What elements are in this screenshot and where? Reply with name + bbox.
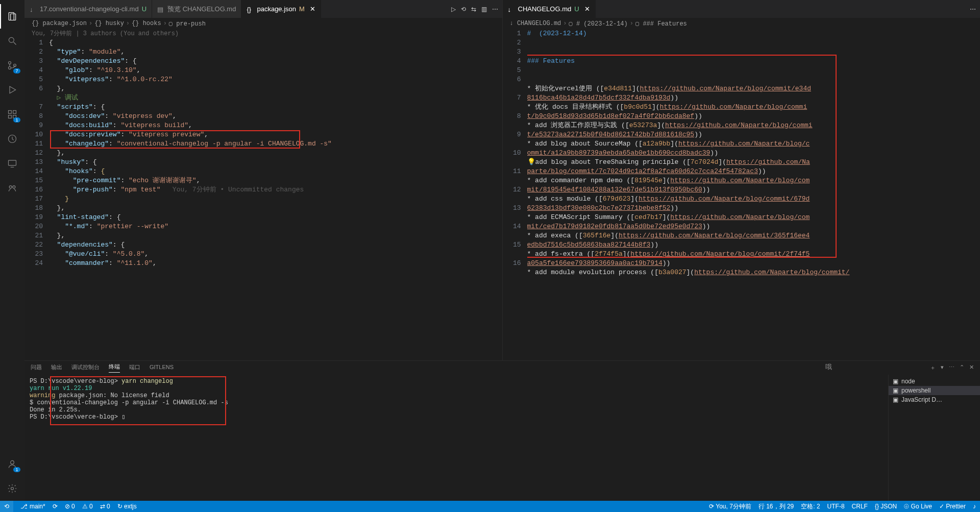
- remote-icon[interactable]: [0, 151, 24, 176]
- code-line[interactable]: "docs:dev": "vitepress dev",: [49, 112, 461, 121]
- sb-sync[interactable]: ⟳: [53, 503, 58, 510]
- source-control-icon[interactable]: 7: [0, 53, 24, 78]
- panel-split-icon[interactable]: ▾: [941, 364, 944, 372]
- accounts-icon[interactable]: 1: [0, 452, 24, 476]
- code-line[interactable]: "hooks": {: [49, 167, 461, 176]
- floating-text: 哦: [825, 362, 832, 372]
- sb-extjs[interactable]: ↻ extjs: [117, 503, 137, 510]
- code-line[interactable]: "*.md": "prettier --write": [49, 222, 461, 231]
- status-item[interactable]: {} JSON: [875, 502, 897, 511]
- code-line[interactable]: "lint-staged": {: [49, 213, 461, 222]
- code-content[interactable]: { "type": "module", "devDependencies": {…: [49, 38, 461, 360]
- code-line[interactable]: {: [49, 38, 461, 47]
- status-item[interactable]: ⟳ You, 7分钟前: [709, 502, 751, 511]
- code-line[interactable]: "glob": "^10.3.10",: [49, 66, 461, 75]
- panel-tab[interactable]: 输出: [51, 363, 62, 373]
- panel-close-icon[interactable]: ✕: [969, 364, 974, 372]
- code-content[interactable]: # (2023-12-14)### Features* 初始化vercel使用 …: [527, 29, 940, 360]
- tab[interactable]: ↓17.conventional-changelog-cli.mdU: [24, 0, 152, 18]
- status-item[interactable]: CRLF: [852, 502, 868, 511]
- code-line[interactable]: },: [49, 149, 461, 158]
- tab-label: package.json: [257, 5, 296, 13]
- breadcrumb-item[interactable]: ▢ ### Features: [635, 20, 687, 28]
- code-line[interactable]: },: [49, 204, 461, 213]
- status-item[interactable]: ⦾ Go Live: [904, 502, 932, 511]
- terminal-list-item[interactable]: ▣powershell: [889, 386, 980, 395]
- code-line[interactable]: # (2023-12-14): [527, 29, 940, 38]
- status-item[interactable]: 空格: 2: [801, 502, 820, 511]
- timeline-icon[interactable]: [0, 127, 24, 151]
- breadcrumb-left[interactable]: {} package.json›{} husky›{} hooks›▢ pre-…: [24, 18, 502, 29]
- search-icon[interactable]: [0, 29, 24, 53]
- split-icon[interactable]: ▥: [481, 6, 487, 13]
- panel-tab[interactable]: 调试控制台: [71, 363, 100, 373]
- code-line[interactable]: ▷ 调试: [49, 93, 461, 103]
- code-line[interactable]: },: [49, 231, 461, 240]
- explorer-icon[interactable]: [0, 4, 24, 29]
- tab-label: 预览 CHANGELOG.md: [167, 5, 236, 14]
- code-line[interactable]: "dependencies": {: [49, 240, 461, 250]
- status-item[interactable]: ✓ Prettier: [939, 502, 966, 511]
- status-item[interactable]: 行 16，列 29: [758, 502, 794, 511]
- breadcrumb-item[interactable]: {} package.json: [32, 20, 87, 27]
- svg-point-18: [11, 487, 14, 490]
- debug-icon[interactable]: [0, 78, 24, 102]
- panel-tab[interactable]: 端口: [129, 363, 140, 373]
- terminal-list-item[interactable]: ▣JavaScript D…: [889, 395, 980, 404]
- sync-icon[interactable]: ⟲: [461, 6, 466, 13]
- breadcrumb-item[interactable]: ▢ # (2023-12-14): [569, 20, 628, 28]
- code-line[interactable]: "husky": {: [49, 158, 461, 167]
- status-item[interactable]: ♪: [973, 502, 976, 511]
- sb-errors[interactable]: ⊘ 0: [65, 503, 75, 510]
- terminal-list-item[interactable]: ▣node: [889, 377, 980, 386]
- breadcrumb-right[interactable]: ↓ CHANGELOG.md›▢ # (2023-12-14)›▢ ### Fe…: [503, 18, 981, 29]
- panel-tab[interactable]: GITLENS: [150, 364, 174, 372]
- code-line[interactable]: "commander": "^11.1.0",: [49, 259, 461, 268]
- close-icon[interactable]: ✕: [584, 5, 590, 13]
- code-line[interactable]: },: [49, 84, 461, 93]
- run-icon[interactable]: ▷: [451, 6, 456, 13]
- panel-maximize-icon[interactable]: ⌃: [960, 364, 964, 372]
- process-icon: ▣: [893, 378, 898, 385]
- status-bar: ⟲ ⎇ main* ⟳ ⊘ 0 ⚠ 0 ⇄ 0 ↻ extjs ⟳ You, 7…: [0, 501, 980, 512]
- code-line[interactable]: "pre-commit": "echo 谢谢谢谢谢寻",: [49, 176, 461, 185]
- code-line[interactable]: [527, 38, 940, 47]
- extensions-icon[interactable]: 1: [0, 102, 24, 127]
- code-line[interactable]: "vitepress": "^1.0.0-rc.22": [49, 75, 461, 84]
- terminal[interactable]: PS D:\vscode\verce-blog> yarn changelogy…: [24, 375, 888, 501]
- sb-warnings[interactable]: ⚠ 0: [82, 503, 93, 510]
- more-icon[interactable]: ⋯: [492, 6, 498, 13]
- breadcrumb-item[interactable]: ▢ pre-push: [169, 20, 206, 28]
- sb-ports[interactable]: ⇄ 0: [100, 503, 110, 510]
- minimap[interactable]: [939, 29, 980, 360]
- panel-tab[interactable]: 终端: [109, 363, 120, 373]
- sb-remote[interactable]: ⟲: [0, 501, 13, 512]
- editor-group-left: ↓17.conventional-changelog-cli.mdU▤预览 CH…: [24, 0, 503, 360]
- diff-icon[interactable]: ⇆: [471, 6, 476, 13]
- code-line[interactable]: "scripts": {: [49, 103, 461, 112]
- settings-gear-icon[interactable]: [0, 476, 24, 501]
- more-icon[interactable]: ⋯: [970, 6, 976, 13]
- minimap[interactable]: [461, 38, 502, 360]
- code-line[interactable]: "pre-push": "npm test" You, 7分钟前 • Uncom…: [49, 185, 461, 194]
- code-line[interactable]: "devDependencies": {: [49, 57, 461, 66]
- breadcrumb-item[interactable]: {} husky: [94, 20, 124, 27]
- code-line[interactable]: }: [49, 194, 461, 204]
- panel-tab[interactable]: 问题: [31, 363, 42, 373]
- close-icon[interactable]: ✕: [310, 5, 315, 13]
- code-line[interactable]: "@vue/cli": "^5.0.8",: [49, 250, 461, 259]
- panel-more-icon[interactable]: ⋯: [949, 364, 954, 372]
- status-item[interactable]: UTF-8: [827, 502, 845, 511]
- tab[interactable]: ↓CHANGELOG.mdU✕: [503, 0, 596, 18]
- tab[interactable]: ▤预览 CHANGELOG.md: [152, 0, 241, 18]
- panel-new-icon[interactable]: ＋: [930, 364, 936, 372]
- live-share-icon[interactable]: [0, 176, 24, 200]
- code-line[interactable]: "docs:build": "vitepress build",: [49, 121, 461, 130]
- breadcrumb-item[interactable]: {} hooks: [132, 20, 161, 27]
- code-line[interactable]: * add module evolution process ([b3a0027…: [527, 268, 940, 277]
- breadcrumb-item[interactable]: ↓ CHANGELOG.md: [510, 20, 561, 27]
- file-icon: {}: [247, 6, 254, 13]
- sb-branch[interactable]: ⎇ main*: [20, 503, 45, 510]
- code-line[interactable]: "type": "module",: [49, 47, 461, 57]
- tab[interactable]: {}package.jsonM✕: [241, 0, 321, 18]
